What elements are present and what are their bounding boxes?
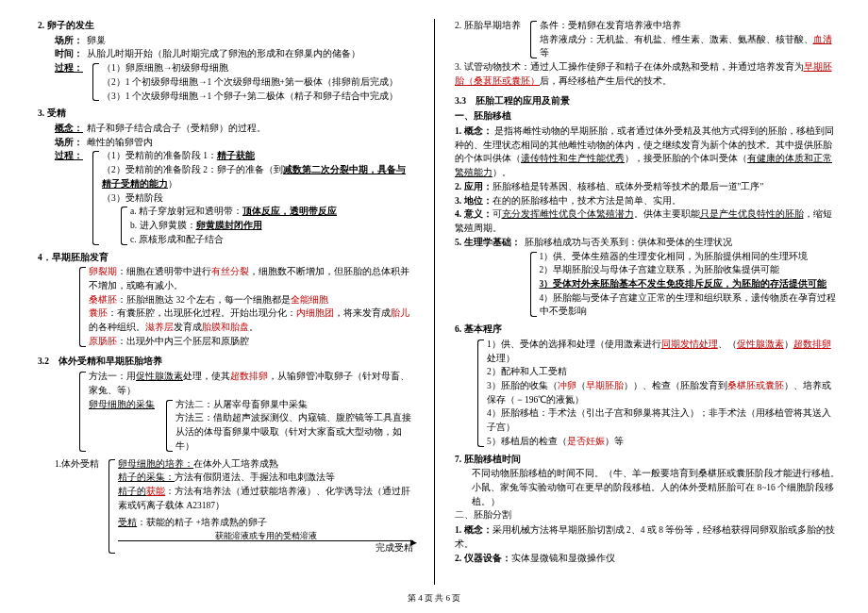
ph1: 1）供、受体生殖器的生理变化相同，为胚胎提供相同的生理环境 (540, 250, 841, 264)
proc-3: （3）1 个次级卵母细胞→1 个卵子+第二极体（精子和卵子结合中完成） (102, 90, 413, 104)
n3: 精子的获能：方法有培养法（通过获能培养液）、化学诱导法（通过肝素或钙离子载体 A… (118, 485, 413, 512)
split-h: 二、胚胎分割 (455, 508, 840, 522)
lbl-concept: 概念： (55, 122, 83, 136)
phys-lbl: 5. 生理学基础： (455, 238, 521, 247)
ivf-brace: 卵母细胞的培养：在体外人工培养成熟 精子的采集：方法有假阴道法、手握法和电刺激法… (107, 457, 413, 555)
sa: b. 进入卵黄膜：卵黄膜封闭作用 (130, 219, 413, 233)
val-place: 卵巢 (87, 34, 106, 48)
phys-brace: 1）供、受体生殖器的生理变化相同，为胚胎提供相同的生理环境 2）早期胚胎没与母体… (528, 250, 841, 320)
sub-brace: a. 精子穿放射冠和透明带：顶体反应，透明带反应 b. 进入卵黄膜：卵黄膜封闭作… (119, 205, 413, 246)
n1: 卵母细胞的培养：在体外人工培养成熟 (118, 457, 413, 472)
q1: （1）受精前的准备阶段 1：精子获能 (102, 149, 413, 163)
tm-val: 不同动物胚胎移植的时间不同。（牛、羊一般要培育到桑椹胚或囊胚阶段才能进行移植。小… (455, 467, 840, 508)
eq: 2. 仪器设备：实体显微镜和显微操作仪 (455, 552, 840, 566)
bp-brace: 1）供、受体的选择和处理（使用激素进行同期发情处理、（促性腺激素）超数排卵处理）… (476, 338, 840, 449)
dev-brace: 卵裂期：细胞在透明带中进行有丝分裂，细胞数不断增加，但胚胎的总体积并不增加，或略… (77, 265, 413, 348)
arrow-cond: 获能溶液或专用的受精溶液 ▶ (118, 530, 413, 541)
m3: 方法三：借助超声波探测仪、内窥镜、腹腔镜等工具直接从活的体母畜卵巢中吸取（针对大… (175, 411, 413, 453)
ivf-head: 1.体外受精 (55, 457, 99, 555)
val-place2: 雌性的输卵管内 (87, 136, 153, 150)
left-column: 2. 卵子的发生 场所：卵巢 时间：从胎儿时期开始（胎儿时期完成了卵泡的形成和在… (0, 0, 434, 613)
ra: a. 精子穿放射冠和透明带：顶体反应，透明带反应 (130, 205, 413, 219)
sec33-title: 3.3 胚胎工程的应用及前景 (455, 94, 840, 108)
bp5: 5）移植后的检查（是否妊娠）等 (487, 435, 840, 449)
lbl-proc: 过程： (55, 61, 83, 103)
n2: 精子的采集：方法有假阴道法、手握法和电刺激法等 (118, 471, 413, 485)
m2: 方法二：从屠宰母畜卵巢中采集 (175, 398, 413, 412)
phys-head: 胚胎移植成功与否关系到：供体和受体的生理状况 (525, 238, 732, 247)
bp4: 4）胚胎移植：手术法（引出子宫和卵巢将其注入）；非手术法（用移植管将其送入子宫） (487, 406, 840, 434)
sp: 1. 概念：采用机械方法将早期胚胎切割成 2、4 或 8 等份等，经移植获得同卵… (455, 523, 840, 551)
bp1: 1）供、受体的选择和处理（使用激素进行同期发情处理、（促性腺激素）超数排卵处理） (487, 338, 840, 365)
methods-brace: 方法一：用促性腺激素处理，使其超数排卵，从输卵管冲取卵子（针对母畜、家兔、等） … (77, 370, 413, 453)
m23-brace: 方法二：从屠宰母畜卵巢中采集 方法三：借助超声波探测仪、内窥镜、腹腔镜等工具直接… (164, 398, 413, 454)
proc2-brace: （1）受精前的准备阶段 1：精子获能 （2）受精前的准备阶段 2：卵子的准备（到… (91, 149, 413, 246)
val-time: 从胎儿时期开始（胎儿时期完成了卵泡的形成和在卵巢内的储备） (87, 47, 360, 61)
bp3: 3）胚胎的收集（冲卵（早期胚胎））、检查（胚胎发育到桑椹胚或囊胚）、培养或保存（… (487, 379, 840, 406)
e1b: 培养液成分：无机盐、有机盐、维生素、激素、氨基酸、核苷酸、血清等 (540, 33, 841, 60)
e2: 3. 试管动物技术：通过人工操作使卵子和精子在体外成熟和受精，并通过培养发育为早… (455, 60, 840, 88)
e1-brace: 条件：受精卵在发育培养液中培养 培养液成分：无机盐、有机盐、维生素、激素、氨基酸… (528, 19, 841, 60)
dev2: 桑椹胚：胚胎细胞达 32 个左右，每一个细胞都是全能细胞 (89, 293, 413, 307)
proc-1: （1）卵原细胞→初级卵母细胞 (102, 61, 413, 75)
right-column: 2. 胚胎早期培养 条件：受精卵在发育培养液中培养 培养液成分：无机盐、有机盐、… (434, 0, 868, 613)
sec4-title: 4．早期胚胎发育 (38, 251, 413, 265)
e1a: 条件：受精卵在发育培养液中培养 (540, 19, 841, 33)
mean: 3. 地位：在的的胚胎移植中，技术方法是简单、实用。 (455, 194, 840, 208)
h1: 一、胚胎移植 (455, 109, 840, 124)
lbl-place: 场所： (55, 34, 83, 48)
react: 受精：获能的精子 +培养成熟的卵子 (118, 516, 413, 530)
lbl-proc2: 过程： (55, 149, 83, 246)
concept: 1. 概念： 是指将雌性动物的早期胚胎，或者通过体外受精及其他方式得到的胚胎，移… (455, 124, 840, 180)
e1-lbl: 2. 胚胎早期培养 (455, 19, 521, 60)
t: c. 原核形成和配子结合 (130, 233, 413, 247)
sig: 4. 意义：可充分发挥雌性优良个体繁殖潜力。供体主要职能只是产生优良特性的胚胎，… (455, 207, 840, 235)
ph2: 2）早期胚胎没与母体子宫建立联系，为胚胎收集提供可能 (540, 263, 841, 277)
proc-2: （2）1 个初级卵母细胞→1 个次级卵母细胞+第一极体（排卵前后完成） (102, 75, 413, 90)
react-end: 完成受精 (118, 541, 413, 555)
m1: 方法一：用促性腺激素处理，使其超数排卵，从输卵管冲取卵子（针对母畜、家兔、等） (89, 370, 413, 397)
val-concept: 精子和卵子结合成合子（受精卵）的过程。 (87, 122, 266, 136)
q2: （2）受精前的准备阶段 2：卵子的准备（到减数第二次分裂中期，具备与精子受精的能… (102, 163, 413, 191)
lbl-time: 时间： (55, 47, 83, 61)
q3: （3）受精阶段 (102, 191, 413, 206)
ph4: 4）胚胎能与受体子宫建立正常的生理和组织联系，遗传物质在孕育过程中不受影响 (540, 291, 841, 319)
seg-lbl: 卵母细胞的采集 (89, 398, 155, 454)
dev1: 卵裂期：细胞在透明带中进行有丝分裂，细胞数不断增加，但胚胎的总体积并不增加，或略… (89, 265, 413, 292)
proc-brace: （1）卵原细胞→初级卵母细胞 （2）1 个初级卵母细胞→1 个次级卵母细胞+第一… (91, 61, 413, 103)
bp-lbl: 6. 基本程序 (455, 323, 840, 337)
sec3-title: 3. 受精 (38, 107, 413, 121)
dev3: 囊胚：有囊胚腔，出现胚化过程。开始出现分化：内细胞团，将来发育成胎儿的各种组织。… (89, 306, 413, 334)
sec2-title: 2. 卵子的发生 (38, 19, 413, 33)
sec32-title: 3.2 体外受精和早期胚胎培养 (38, 355, 413, 369)
app: 2. 应用：胚胎移植是转基因、核移植、或体外受精等技术的最后一道"工序" (455, 180, 840, 194)
dev4: 原肠胚：出现外中内三个胚层和原肠腔 (89, 335, 413, 349)
bp2: 2）配种和人工受精 (487, 365, 840, 379)
page-footer: 第 4 页 共 6 页 (0, 592, 868, 605)
tm-lbl: 7. 胚胎移植时间 (455, 453, 840, 467)
lbl-place2: 场所： (55, 136, 83, 150)
ph3: 3）受体对外来胚胎基本不发生免疫排斥反应，为胚胎的存活提供可能 (540, 277, 841, 291)
